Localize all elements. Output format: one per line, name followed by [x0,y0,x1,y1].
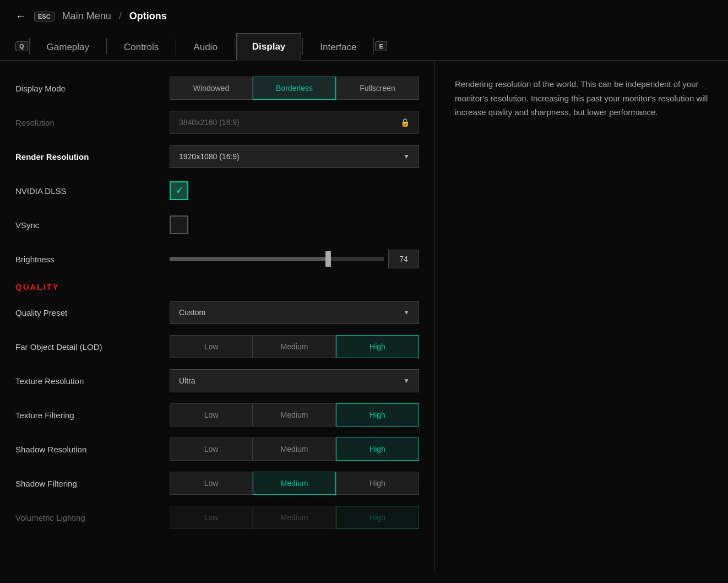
vol-light-high-btn[interactable]: High [336,506,419,529]
display-windowed-btn[interactable]: Windowed [170,77,253,100]
display-mode-row: Display Mode Windowed Borderless Fullscr… [15,74,419,102]
nvidia-dlss-control: ✓ [170,181,419,200]
far-object-detail-label: Far Object Detail (LOD) [15,342,170,352]
brightness-thumb[interactable] [325,251,331,267]
display-mode-control: Windowed Borderless Fullscreen [170,77,419,100]
tab-divider-4 [235,38,235,55]
nvidia-dlss-checkbox[interactable]: ✓ [170,181,188,200]
brightness-control: 74 [170,250,419,268]
vol-light-medium-btn[interactable]: Medium [253,506,336,529]
texture-filtering-buttons: Low Medium High [170,403,419,427]
shadow-resolution-buttons: Low Medium High [170,438,419,461]
far-object-detail-control: Low Medium High [170,335,419,358]
display-mode-label: Display Mode [15,84,170,93]
shadow-filtering-buttons: Low Medium High [170,472,419,495]
brightness-row: Brightness 74 [15,245,419,273]
brightness-value: 74 [388,250,419,268]
quality-preset-dropdown[interactable]: Custom ▼ [170,301,419,324]
volumetric-lighting-label: Volumetric Lighting [15,513,170,522]
back-icon[interactable]: ← [15,10,26,23]
tab-interface[interactable]: Interface [304,34,372,61]
texture-resolution-control: Ultra ▼ [170,369,419,392]
shadow-filtering-row: Shadow Filtering Low Medium High [15,469,419,498]
shadow-res-high-btn[interactable]: High [336,438,419,461]
tab-divider-3 [176,38,176,55]
brightness-fill [170,257,328,261]
quality-preset-value: Custom [179,308,205,317]
render-resolution-value: 1920x1080 (16:9) [179,152,240,161]
brightness-slider-wrap: 74 [170,250,419,268]
resolution-value: 3840x2160 (16:9) [179,118,240,127]
texture-filtering-control: Low Medium High [170,403,419,427]
vsync-checkbox[interactable] [170,215,188,234]
esc-badge[interactable]: ESC [34,12,55,21]
display-borderless-btn[interactable]: Borderless [253,77,336,100]
vsync-label: VSync [15,220,170,230]
tab-audio[interactable]: Audio [177,34,233,61]
quality-preset-row: Quality Preset Custom ▼ [15,298,419,327]
shadow-filter-medium-btn[interactable]: Medium [253,472,336,495]
shadow-filtering-label: Shadow Filtering [15,479,170,488]
texture-resolution-label: Texture Resolution [15,376,170,386]
far-lod-high-btn[interactable]: High [336,335,419,358]
render-resolution-label: Render Resolution [15,152,170,161]
volumetric-lighting-row: Volumetric Lighting Low Medium High [15,503,419,532]
shadow-resolution-row: Shadow Resolution Low Medium High [15,435,419,463]
quality-section-header: QUALITY [15,282,419,292]
breadcrumb-current: Options [129,10,167,22]
render-resolution-control: 1920x1080 (16:9) ▼ [170,145,419,168]
resolution-control: 3840x2160 (16:9) 🔒 [170,111,419,134]
texture-filtering-row: Texture Filtering Low Medium High [15,401,419,429]
info-panel: Rendering resolution of the world. This … [435,61,728,572]
brightness-label: Brightness [15,255,170,264]
tex-filter-medium-btn[interactable]: Medium [253,403,336,427]
vsync-control [170,215,419,234]
tab-divider-6 [373,38,374,55]
tab-divider-1 [29,38,30,55]
breadcrumb-sep: / [119,10,122,22]
texture-resolution-row: Texture Resolution Ultra ▼ [15,366,419,395]
render-resolution-row: Render Resolution 1920x1080 (16:9) ▼ [15,142,419,171]
nvidia-dlss-row: NVIDIA DLSS ✓ [15,176,419,205]
far-lod-medium-btn[interactable]: Medium [253,335,336,358]
far-lod-low-btn[interactable]: Low [170,335,253,358]
far-object-detail-buttons: Low Medium High [170,335,419,358]
shadow-res-low-btn[interactable]: Low [170,438,253,461]
render-resolution-dropdown[interactable]: 1920x1080 (16:9) ▼ [170,145,419,168]
e-key-badge: E [375,41,387,51]
tex-filter-low-btn[interactable]: Low [170,403,253,427]
tab-display[interactable]: Display [236,33,301,61]
main-content: Display Mode Windowed Borderless Fullscr… [0,61,728,572]
render-resolution-arrow: ▼ [403,153,410,160]
texture-resolution-dropdown[interactable]: Ultra ▼ [170,369,419,392]
tab-gameplay[interactable]: Gameplay [31,34,105,61]
shadow-filtering-control: Low Medium High [170,472,419,495]
resolution-row: Resolution 3840x2160 (16:9) 🔒 [15,108,419,137]
quality-preset-control: Custom ▼ [170,301,419,324]
tab-divider-2 [106,38,107,55]
shadow-res-medium-btn[interactable]: Medium [253,438,336,461]
lock-icon: 🔒 [400,118,410,127]
shadow-resolution-label: Shadow Resolution [15,445,170,454]
shadow-filter-high-btn[interactable]: High [336,472,419,495]
vsync-row: VSync [15,210,419,239]
display-fullscreen-btn[interactable]: Fullscreen [336,77,419,100]
brightness-track[interactable] [170,257,384,261]
settings-panel: Display Mode Windowed Borderless Fullscr… [0,61,435,572]
breadcrumb-main: Main Menu [62,10,111,22]
tex-filter-high-btn[interactable]: High [336,403,419,427]
shadow-filter-low-btn[interactable]: Low [170,472,253,495]
quality-preset-label: Quality Preset [15,308,170,317]
display-mode-buttons: Windowed Borderless Fullscreen [170,77,419,100]
nvidia-dlss-label: NVIDIA DLSS [15,186,170,196]
tab-bar: Q Gameplay Controls Audio Display Interf… [0,33,728,61]
resolution-field: 3840x2160 (16:9) 🔒 [170,111,419,134]
resolution-label: Resolution [15,118,170,127]
shadow-resolution-control: Low Medium High [170,438,419,461]
vol-light-low-btn[interactable]: Low [170,506,253,529]
volumetric-lighting-buttons: Low Medium High [170,506,419,529]
q-key-badge: Q [15,41,28,51]
far-object-detail-row: Far Object Detail (LOD) Low Medium High [15,332,419,361]
tab-controls[interactable]: Controls [108,34,175,61]
quality-preset-arrow: ▼ [403,309,410,316]
